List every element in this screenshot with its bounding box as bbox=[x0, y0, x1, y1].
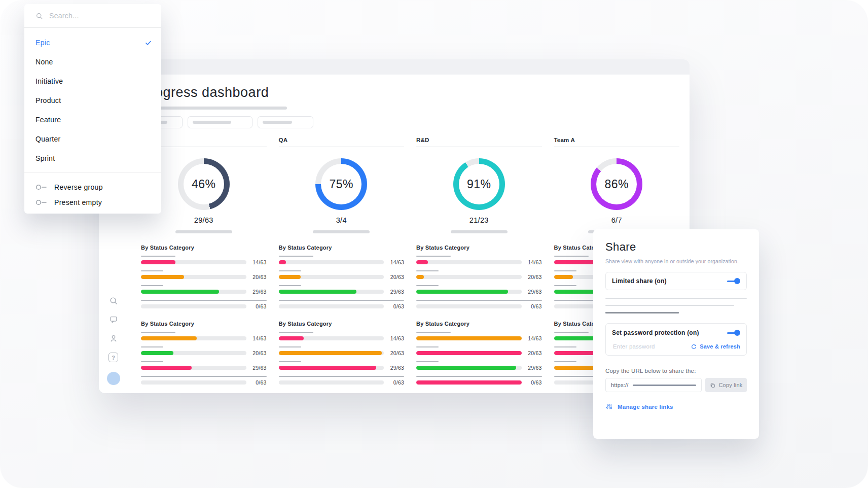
dropdown-option-feature[interactable]: Feature bbox=[24, 110, 161, 129]
bar-fill bbox=[141, 290, 219, 294]
donut-chart: 86% bbox=[591, 158, 642, 210]
dropdown-toggle-section: Reverse groupPresent empty bbox=[24, 172, 161, 210]
donut-chart: 46% bbox=[178, 158, 230, 210]
bar-track bbox=[416, 351, 522, 355]
user-icon[interactable] bbox=[109, 334, 118, 343]
dropdown-option-label: Quarter bbox=[35, 135, 61, 143]
url-row: https:// Copy link bbox=[605, 378, 747, 392]
bar-label-placeholder bbox=[554, 361, 576, 362]
toggle-present-empty[interactable]: Present empty bbox=[24, 195, 161, 210]
filter-chip[interactable] bbox=[188, 116, 252, 128]
toggle-label: Present empty bbox=[54, 198, 102, 206]
status-block: By Status Category 14/63 bbox=[279, 321, 405, 386]
donut-fraction: 21/23 bbox=[416, 216, 542, 224]
marketing-canvas: C bbox=[0, 0, 868, 488]
bar-label-placeholder bbox=[141, 270, 163, 271]
bar-value: 14/63 bbox=[388, 335, 404, 341]
placeholder-line bbox=[605, 312, 679, 313]
donut-chart: 75% bbox=[315, 158, 367, 210]
bar-value: 29/63 bbox=[526, 365, 542, 371]
dropdown-option-label: Epic bbox=[35, 39, 50, 47]
bar-value: 0/63 bbox=[250, 379, 267, 386]
copy-icon bbox=[709, 382, 716, 389]
bar-label-placeholder bbox=[554, 346, 576, 347]
status-bar-row: 0/63 bbox=[141, 300, 267, 309]
password-input[interactable] bbox=[612, 343, 680, 350]
status-bar-row: 14/63 bbox=[279, 332, 405, 341]
bar-value: 29/63 bbox=[250, 289, 267, 295]
dropdown-option-label: Product bbox=[35, 96, 61, 104]
bar-track bbox=[279, 366, 384, 370]
toggle-reverse-group[interactable]: Reverse group bbox=[24, 180, 161, 195]
search-icon[interactable] bbox=[109, 296, 118, 305]
bar-value: 0/63 bbox=[526, 303, 542, 309]
status-bar-row: 29/63 bbox=[416, 361, 542, 371]
bar-value: 14/63 bbox=[250, 335, 267, 341]
dropdown-option-quarter[interactable]: Quarter bbox=[24, 129, 161, 149]
bar-fill bbox=[141, 336, 197, 340]
status-bar-row: 20/63 bbox=[279, 270, 405, 280]
search-input[interactable] bbox=[48, 11, 150, 20]
help-icon[interactable]: ? bbox=[108, 353, 118, 362]
donut-placeholder-bar bbox=[175, 230, 232, 233]
save-refresh-button[interactable]: Save & refresh bbox=[691, 343, 740, 350]
filter-chip[interactable] bbox=[258, 116, 313, 128]
donut-percent: 91% bbox=[467, 178, 491, 191]
avatar[interactable] bbox=[107, 372, 120, 385]
manage-share-links-link[interactable]: Manage share links bbox=[605, 403, 747, 410]
toggle-off-icon bbox=[35, 199, 48, 205]
bar-fill bbox=[416, 290, 508, 294]
password-protection-box: Set password protection (on) Save & refr… bbox=[605, 323, 747, 356]
bar-fill bbox=[279, 351, 382, 355]
bar-value: 29/63 bbox=[250, 365, 267, 371]
share-url-box[interactable]: https:// bbox=[605, 378, 702, 392]
bar-track bbox=[279, 304, 384, 308]
dropdown-option-product[interactable]: Product bbox=[24, 91, 161, 110]
password-protection-toggle[interactable] bbox=[727, 330, 740, 336]
bar-fill bbox=[279, 366, 377, 370]
copy-link-button[interactable]: Copy link bbox=[705, 378, 747, 392]
dropdown-option-sprint[interactable]: Sprint bbox=[24, 149, 161, 168]
bar-fill bbox=[279, 290, 357, 294]
toggle-label: Reverse group bbox=[54, 183, 103, 191]
donut-fraction: 29/63 bbox=[141, 216, 267, 224]
bar-label-placeholder bbox=[141, 256, 175, 257]
bar-label-placeholder bbox=[416, 346, 439, 347]
dropdown-option-epic[interactable]: Epic bbox=[24, 33, 161, 52]
toggle-off-icon bbox=[35, 184, 48, 190]
status-bar-row: 29/63 bbox=[279, 285, 405, 295]
bar-value: 20/63 bbox=[388, 350, 404, 356]
bar-value: 29/63 bbox=[388, 289, 404, 295]
dropdown-option-none[interactable]: None bbox=[24, 52, 161, 72]
bar-value: 0/63 bbox=[250, 303, 267, 309]
bar-label-placeholder bbox=[141, 346, 163, 347]
bar-fill bbox=[141, 351, 173, 355]
donut-fraction: 6/7 bbox=[554, 216, 680, 224]
bar-label-placeholder bbox=[416, 300, 542, 301]
dashboard-column-qa: QA 75% 3/4 By Status Category 14/63 bbox=[279, 137, 405, 386]
bar-value: 20/63 bbox=[388, 274, 404, 280]
bar-label-placeholder bbox=[416, 270, 439, 271]
bar-label-placeholder bbox=[416, 361, 439, 362]
bar-track bbox=[416, 275, 522, 279]
title-placeholder-bar bbox=[141, 107, 287, 110]
bar-track bbox=[141, 290, 246, 294]
status-bar-row: 20/63 bbox=[279, 346, 405, 356]
share-panel-title: Share bbox=[605, 240, 747, 254]
bar-label-placeholder bbox=[141, 285, 163, 286]
bar-track bbox=[279, 380, 384, 385]
redacted-url-line bbox=[633, 385, 696, 386]
bar-fill bbox=[416, 336, 522, 340]
bar-value: 0/63 bbox=[526, 379, 542, 386]
donut-placeholder-bar bbox=[313, 230, 370, 233]
bar-label-placeholder bbox=[141, 376, 267, 377]
bar-label-placeholder bbox=[279, 270, 301, 271]
dropdown-option-initiative[interactable]: Initiative bbox=[24, 72, 161, 91]
bar-fill bbox=[141, 260, 175, 264]
limited-share-toggle[interactable] bbox=[727, 278, 740, 284]
bar-fill bbox=[416, 366, 516, 370]
chat-icon[interactable] bbox=[109, 315, 118, 324]
status-block-title: By Status Category bbox=[279, 245, 405, 251]
bar-fill bbox=[279, 336, 304, 340]
bar-fill bbox=[279, 275, 301, 279]
